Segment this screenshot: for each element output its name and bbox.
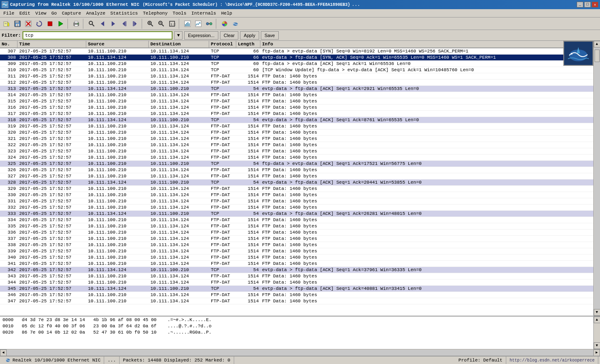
maximize-button[interactable]: □ <box>584 2 591 7</box>
io-graph-button[interactable] <box>193 19 203 29</box>
scroll-down-arrow[interactable]: ▼ <box>594 309 600 316</box>
menu-internals[interactable]: Internals <box>189 10 218 17</box>
packet-cell: 2017-05-25 17:52:57 <box>18 92 86 98</box>
filter-dropdown[interactable]: ▼ <box>174 31 182 40</box>
menu-tools[interactable]: Tools <box>170 10 189 17</box>
packet-row[interactable]: 3422017-05-25 17:52:5710.111.134.12410.1… <box>0 267 593 273</box>
packet-row[interactable]: 3252017-05-25 17:52:5710.111.100.21010.1… <box>0 161 593 167</box>
packet-row[interactable]: 3412017-05-25 17:52:5710.111.100.21010.1… <box>0 261 593 267</box>
packet-row[interactable]: 3442017-05-25 17:52:5710.111.100.21010.1… <box>0 279 593 286</box>
menu-go[interactable]: Go <box>49 10 59 17</box>
scroll-thumb[interactable] <box>595 50 600 62</box>
packet-row[interactable]: 3352017-05-25 17:52:5710.111.100.21010.1… <box>0 223 593 229</box>
svg-rect-4 <box>5 24 7 24</box>
packet-row[interactable]: 3232017-05-25 17:52:5710.111.100.21010.1… <box>0 148 593 155</box>
packet-row[interactable]: 3082017-05-25 17:52:5710.111.134.12410.1… <box>0 55 593 61</box>
scroll-left-arrow[interactable]: ◄ <box>0 349 7 356</box>
packet-row[interactable]: 3142017-05-25 17:52:5710.111.100.21010.1… <box>0 92 593 98</box>
toolbar-sep-4 <box>179 19 181 29</box>
packet-row[interactable]: 3162017-05-25 17:52:5710.111.100.21010.1… <box>0 105 593 111</box>
packet-row[interactable]: 3452017-05-25 17:52:5710.111.134.12410.1… <box>0 286 593 292</box>
svg-rect-41 <box>195 21 201 27</box>
packet-row[interactable]: 3382017-05-25 17:52:5710.111.100.21010.1… <box>0 242 593 248</box>
packet-row[interactable]: 3192017-05-25 17:52:5710.111.100.21010.1… <box>0 123 593 130</box>
vertical-scrollbar[interactable]: ▲ ▼ <box>593 41 600 316</box>
horizontal-scrollbar[interactable]: ◄ ► <box>0 349 600 356</box>
zoom-in-button[interactable] <box>145 19 155 29</box>
packet-row[interactable]: 3182017-05-25 17:52:5710.111.134.12410.1… <box>0 117 593 123</box>
scroll-right-arrow[interactable]: ► <box>593 349 600 356</box>
packet-row[interactable]: 3342017-05-25 17:52:5710.111.100.21010.1… <box>0 217 593 223</box>
expression-button[interactable]: Expression... <box>184 31 218 40</box>
graph-button[interactable] <box>182 19 192 29</box>
back-button[interactable] <box>98 19 108 29</box>
last-button[interactable] <box>130 19 140 29</box>
packet-row[interactable]: 3362017-05-25 17:52:5710.111.100.21010.1… <box>0 229 593 236</box>
packet-cell: 10.111.134.124 <box>149 123 209 129</box>
horizontal-scroll-track[interactable] <box>7 350 593 356</box>
packet-row[interactable]: 3152017-05-25 17:52:5710.111.100.21010.1… <box>0 98 593 105</box>
menu-telephony[interactable]: Telephony <box>140 10 170 17</box>
menu-help[interactable]: Help <box>219 10 235 17</box>
zoom-100-button[interactable]: 1:1 <box>167 19 177 29</box>
packet-row[interactable]: 3242017-05-25 17:52:5710.111.100.21010.1… <box>0 155 593 161</box>
packet-row[interactable]: 3092017-05-25 17:52:5710.111.100.21010.1… <box>0 61 593 67</box>
reload-button[interactable] <box>34 19 44 29</box>
packet-row[interactable]: 3282017-05-25 17:52:5710.111.134.12410.1… <box>0 180 593 186</box>
find-button[interactable] <box>87 19 97 29</box>
print-button[interactable] <box>71 19 81 29</box>
hex-scroll-up[interactable]: ▲ <box>594 317 600 323</box>
packet-row[interactable]: 3372017-05-25 17:52:5710.111.100.21010.1… <box>0 236 593 242</box>
packet-row[interactable]: 3132017-05-25 17:52:5710.111.134.12410.1… <box>0 86 593 92</box>
clear-button[interactable]: Clear <box>220 31 238 40</box>
scroll-track[interactable] <box>594 47 600 309</box>
shark-button[interactable] <box>230 19 240 29</box>
packet-cell: 1514 <box>236 167 260 173</box>
menu-file[interactable]: File <box>1 10 17 17</box>
endpoints-button[interactable] <box>204 19 214 29</box>
packet-row[interactable]: 3222017-05-25 17:52:5710.111.100.21010.1… <box>0 142 593 148</box>
packet-row[interactable]: 3462017-05-25 17:52:5710.111.100.21010.1… <box>0 292 593 298</box>
save-filter-button[interactable]: Save <box>261 31 279 40</box>
menu-capture[interactable]: Capture <box>59 10 83 17</box>
packet-row[interactable]: 3322017-05-25 17:52:5710.111.100.21010.1… <box>0 204 593 211</box>
packet-row[interactable]: 3212017-05-25 17:52:5710.111.100.21010.1… <box>0 136 593 142</box>
packet-row[interactable]: 3262017-05-25 17:52:5710.111.100.21010.1… <box>0 167 593 173</box>
packet-row[interactable]: 3312017-05-25 17:52:5710.111.100.21010.1… <box>0 198 593 204</box>
apply-button[interactable]: Apply <box>240 31 259 40</box>
title-bar-left: Capturing from Realtek 10/100/1000 Ether… <box>2 1 360 8</box>
close-capture-button[interactable] <box>23 19 33 29</box>
packet-row[interactable]: 3472017-05-25 17:52:5710.111.100.21010.1… <box>0 298 593 304</box>
packet-row[interactable]: 3122017-05-25 17:52:5710.111.100.21010.1… <box>0 80 593 86</box>
packet-row[interactable]: 3072017-05-25 17:52:5710.111.100.21010.1… <box>0 48 593 55</box>
scroll-up-arrow[interactable]: ▲ <box>594 41 600 47</box>
packet-row[interactable]: 3402017-05-25 17:52:5710.111.100.21010.1… <box>0 254 593 261</box>
save-button[interactable] <box>12 19 22 29</box>
packet-row[interactable]: 3172017-05-25 17:52:5710.111.100.21010.1… <box>0 111 593 117</box>
menu-view[interactable]: View <box>33 10 49 17</box>
stop-button[interactable] <box>45 19 55 29</box>
minimize-button[interactable]: _ <box>577 2 583 7</box>
color-button[interactable] <box>220 19 230 29</box>
first-button[interactable] <box>119 19 129 29</box>
menu-statistics[interactable]: Statistics <box>108 10 140 17</box>
packet-row[interactable]: 3432017-05-25 17:52:5710.111.100.21010.1… <box>0 273 593 279</box>
hex-scrollbar[interactable]: ▲ ▼ <box>593 317 600 349</box>
packet-row[interactable]: 3272017-05-25 17:52:5710.111.100.21010.1… <box>0 173 593 180</box>
packet-row[interactable]: 3332017-05-25 17:52:5710.111.134.12410.1… <box>0 211 593 217</box>
packet-row[interactable]: 3202017-05-25 17:52:5710.111.100.21010.1… <box>0 130 593 136</box>
menu-edit[interactable]: Edit <box>17 10 32 17</box>
packet-row[interactable]: 3392017-05-25 17:52:5710.111.100.21010.1… <box>0 248 593 254</box>
forward-button[interactable] <box>108 19 118 29</box>
start-capture-button[interactable] <box>56 19 66 29</box>
hex-scroll-down[interactable]: ▼ <box>594 342 600 349</box>
filter-input[interactable] <box>22 31 172 40</box>
packet-row[interactable]: 3292017-05-25 17:52:5710.111.100.21010.1… <box>0 186 593 192</box>
packet-row[interactable]: 3102017-05-25 17:52:5710.111.100.21010.1… <box>0 67 593 73</box>
packet-row[interactable]: 3302017-05-25 17:52:5710.111.100.21010.1… <box>0 192 593 198</box>
close-button[interactable]: ✕ <box>592 2 598 7</box>
open-file-button[interactable] <box>2 19 12 29</box>
zoom-out-button[interactable] <box>156 19 166 29</box>
packet-row[interactable]: 3112017-05-25 17:52:5710.111.100.21010.1… <box>0 73 593 80</box>
menu-analyze[interactable]: Analyze <box>84 10 108 17</box>
